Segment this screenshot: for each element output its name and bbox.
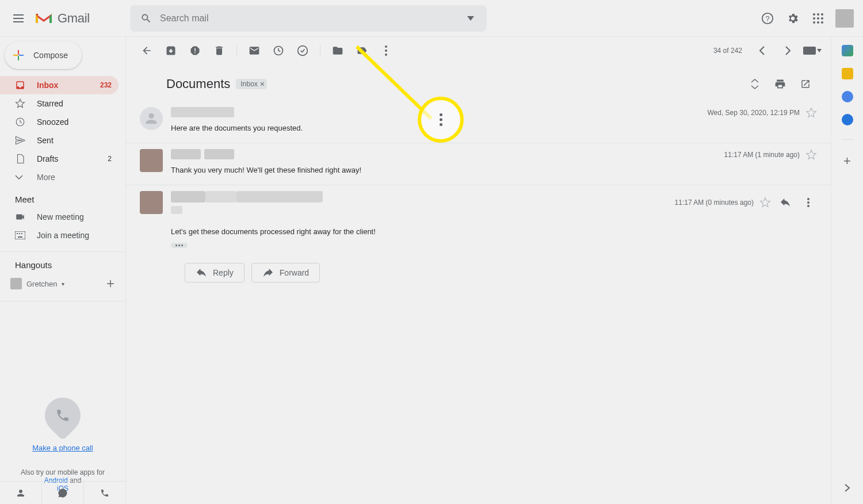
- main-menu-button[interactable]: [5, 5, 32, 32]
- svg-point-23: [807, 201, 809, 204]
- keyboard-icon: [15, 231, 26, 239]
- message-3-more-button[interactable]: [800, 191, 817, 214]
- gear-icon: [786, 12, 799, 25]
- account-avatar[interactable]: [835, 9, 854, 28]
- calendar-addon[interactable]: [842, 45, 853, 56]
- input-tools-button[interactable]: [803, 47, 822, 55]
- search-options-button[interactable]: [459, 7, 482, 30]
- hangouts-username: Gretchen: [26, 280, 57, 288]
- hangouts-user-row[interactable]: Gretchen ▾: [0, 273, 125, 294]
- nav-drafts[interactable]: Drafts 2: [0, 150, 119, 168]
- nav-sent[interactable]: Sent: [0, 131, 119, 150]
- chevron-right-icon: [785, 46, 791, 55]
- add-to-tasks-button[interactable]: [291, 39, 314, 62]
- meet-join-meeting[interactable]: Join a meeting: [0, 226, 125, 245]
- star-outline-icon: [805, 107, 817, 119]
- google-apps-button[interactable]: [807, 7, 830, 30]
- hangouts-section-header: Hangouts: [0, 252, 125, 273]
- print-icon: [774, 78, 786, 90]
- labels-button[interactable]: [350, 39, 373, 62]
- svg-point-10: [821, 21, 823, 24]
- support-button[interactable]: ?: [756, 7, 779, 30]
- help-icon: ?: [761, 12, 774, 25]
- show-trimmed-content-button[interactable]: [171, 243, 188, 248]
- tasks-addon[interactable]: [842, 91, 853, 102]
- reply-button[interactable]: Reply: [185, 263, 245, 282]
- search-button[interactable]: [135, 7, 158, 30]
- remove-label-button[interactable]: ×: [260, 79, 265, 89]
- bottom-tab-phone[interactable]: [84, 482, 125, 504]
- star-icon: [15, 98, 26, 109]
- message-3-star-button[interactable]: [759, 197, 771, 208]
- message-2-avatar: [140, 149, 163, 172]
- settings-button[interactable]: [781, 7, 804, 30]
- hangouts-status-dropdown[interactable]: ▾: [62, 281, 64, 287]
- print-button[interactable]: [769, 72, 792, 96]
- hangouts-new-chat-button[interactable]: [102, 276, 119, 292]
- svg-point-22: [807, 198, 809, 200]
- nav-snoozed[interactable]: Snoozed: [0, 113, 119, 131]
- message-1-avatar: [140, 107, 163, 130]
- message-3-avatar: [140, 191, 163, 214]
- nav-drafts-count: 2: [108, 155, 112, 163]
- inbox-icon: [15, 80, 26, 90]
- bottom-tab-contacts[interactable]: [0, 482, 42, 504]
- person-silhouette-icon: [143, 110, 159, 127]
- more-button[interactable]: [375, 39, 398, 62]
- snooze-button[interactable]: [267, 39, 290, 62]
- gmail-logo[interactable]: Gmail: [32, 11, 124, 26]
- message-2[interactable]: Thank you very much! We'll get these fin…: [126, 143, 831, 185]
- subject-title: Documents: [166, 77, 230, 91]
- person-icon: [16, 488, 26, 498]
- chevron-down-icon: [15, 173, 26, 181]
- keep-addon[interactable]: [842, 68, 853, 79]
- compose-button[interactable]: Compose: [5, 41, 82, 69]
- newer-button[interactable]: [750, 39, 773, 62]
- star-outline-icon: [759, 197, 771, 208]
- bottom-tab-hangouts[interactable]: [42, 482, 84, 504]
- message-3-sender-redacted-a: [171, 191, 205, 203]
- archive-icon: [165, 45, 177, 56]
- inbox-label-chip[interactable]: Inbox ×: [236, 79, 267, 89]
- svg-rect-13: [17, 233, 18, 234]
- move-to-button[interactable]: [326, 39, 349, 62]
- older-button[interactable]: [777, 39, 800, 62]
- caret-down-icon: [467, 16, 474, 21]
- archive-button[interactable]: [159, 39, 182, 62]
- report-spam-button[interactable]: [184, 39, 207, 62]
- message-3-sender-redacted-b: [205, 191, 236, 203]
- message-2-star-button[interactable]: [805, 149, 817, 161]
- expand-all-button[interactable]: [743, 72, 766, 96]
- search-input[interactable]: [158, 13, 459, 24]
- meet-new-meeting[interactable]: New meeting: [0, 208, 125, 226]
- get-addons-button[interactable]: +: [843, 154, 851, 169]
- message-3: 11:17 AM (0 minutes ago) Let's get these…: [126, 185, 831, 293]
- gmail-logo-icon: [35, 12, 53, 25]
- nav-snoozed-label: Snoozed: [37, 117, 112, 127]
- forward-button[interactable]: Forward: [251, 263, 320, 282]
- open-new-window-button[interactable]: [794, 72, 817, 96]
- meet-new-label: New meeting: [37, 212, 84, 222]
- message-2-time: 11:17 AM (1 minute ago): [724, 151, 800, 159]
- nav-inbox[interactable]: Inbox 232: [0, 76, 119, 94]
- task-icon: [297, 45, 308, 56]
- nav-inbox-label: Inbox: [37, 81, 90, 90]
- message-1[interactable]: Here are the documents you requested. We…: [126, 101, 831, 143]
- nav-starred[interactable]: Starred: [0, 94, 119, 113]
- nav-more[interactable]: More: [0, 168, 119, 186]
- contacts-addon[interactable]: [842, 114, 853, 125]
- delete-button[interactable]: [208, 39, 231, 62]
- back-button[interactable]: [135, 39, 158, 62]
- label-icon: [356, 45, 368, 56]
- file-icon: [15, 154, 26, 164]
- svg-rect-15: [21, 233, 22, 234]
- chat-bubble-icon: [58, 488, 68, 498]
- hide-side-panel-button[interactable]: [836, 476, 859, 499]
- make-phone-call-link[interactable]: Make a phone call: [12, 444, 114, 452]
- message-1-star-button[interactable]: [805, 107, 817, 119]
- mark-unread-button[interactable]: [243, 39, 266, 62]
- svg-point-6: [817, 17, 819, 20]
- message-3-reply-button[interactable]: [777, 191, 794, 214]
- message-3-time: 11:17 AM (0 minutes ago): [675, 198, 754, 207]
- phone-icon: [100, 488, 109, 498]
